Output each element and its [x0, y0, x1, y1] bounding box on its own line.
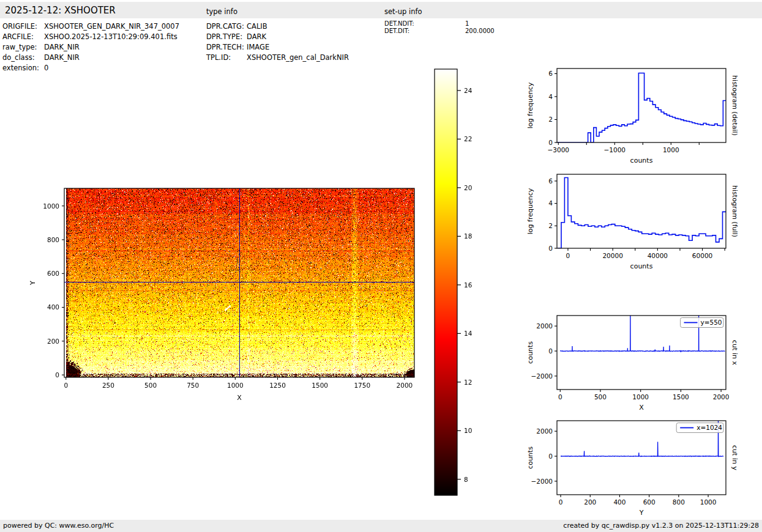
meta-value: 200.0000: [465, 28, 495, 35]
meta-value: XSHOOTER_gen_cal_DarkNIR: [247, 53, 349, 63]
svg-text:counts: counts: [526, 341, 534, 364]
svg-text:500: 500: [144, 382, 157, 389]
page-title: 2025-12-12: XSHOOTER: [5, 5, 116, 16]
svg-text:0: 0: [558, 393, 562, 401]
svg-text:−2000: −2000: [531, 478, 553, 485]
svg-text:1000: 1000: [632, 393, 649, 401]
svg-text:X: X: [237, 394, 242, 402]
meta-row: ARCFILE:XSHOO.2025-12-13T10:29:09.401.fi…: [2, 32, 179, 42]
meta-value: DARK_NIR: [44, 42, 80, 53]
setup-info-block: DET.NDIT:1DET.DIT:200.0000: [384, 20, 495, 35]
svg-text:2000: 2000: [713, 393, 730, 401]
svg-text:2000: 2000: [397, 382, 413, 389]
meta-row: DPR.TYPE:DARK: [206, 32, 349, 42]
meta-row: DET.NDIT:1: [384, 20, 495, 28]
svg-text:22: 22: [464, 135, 472, 142]
meta-value: IMAGE: [247, 42, 269, 53]
meta-label: DET.NDIT:: [384, 20, 465, 28]
type-info-block: DPR.CATG:CALIBDPR.TYPE:DARKDPR.TECH:IMAG…: [206, 21, 349, 63]
svg-text:2000: 2000: [536, 427, 553, 435]
svg-text:counts: counts: [526, 446, 534, 469]
svg-text:0: 0: [548, 347, 553, 355]
meta-label: raw_type:: [2, 42, 44, 53]
svg-text:0: 0: [566, 252, 570, 259]
svg-text:X: X: [639, 404, 644, 412]
svg-text:−3000: −3000: [548, 146, 570, 153]
meta-row: ORIGFILE:XSHOOTER_GEN_DARK_NIR_347_0007: [2, 21, 179, 32]
svg-text:8: 8: [464, 476, 468, 483]
meta-row: DET.DIT:200.0000: [384, 28, 495, 35]
svg-text:4: 4: [548, 199, 553, 207]
svg-text:12: 12: [464, 379, 472, 386]
legend-box: x=1024: [676, 423, 723, 433]
meta-label: DPR.TYPE:: [206, 32, 247, 42]
svg-text:cut in x: cut in x: [731, 340, 739, 365]
svg-text:800: 800: [47, 236, 59, 243]
svg-text:1500: 1500: [312, 382, 328, 389]
svg-text:y=550: y=550: [701, 319, 722, 326]
svg-text:2: 2: [548, 116, 553, 123]
meta-value: DARK: [247, 32, 266, 42]
setup-info-heading: set-up info: [384, 7, 422, 16]
svg-text:600: 600: [47, 270, 59, 277]
svg-text:Y: Y: [639, 509, 644, 517]
meta-value: XSHOOTER_GEN_DARK_NIR_347_0007: [44, 21, 179, 32]
svg-text:cut in y: cut in y: [731, 445, 739, 470]
svg-text:x=1024: x=1024: [697, 424, 722, 431]
svg-text:log frequency: log frequency: [526, 82, 534, 128]
type-info-heading: type info: [206, 7, 237, 16]
svg-text:18: 18: [464, 232, 472, 240]
meta-value: CALIB: [247, 21, 267, 32]
file-info-block: ORIGFILE:XSHOOTER_GEN_DARK_NIR_347_0007A…: [2, 21, 179, 73]
svg-text:0: 0: [548, 453, 553, 460]
svg-text:1750: 1750: [354, 382, 370, 389]
svg-text:800: 800: [673, 498, 685, 506]
svg-text:−2000: −2000: [531, 372, 553, 380]
meta-label: DPR.TECH:: [206, 42, 247, 53]
meta-row: do_class:DARK_NIR: [2, 53, 179, 63]
svg-text:24: 24: [464, 87, 473, 94]
svg-text:counts: counts: [630, 262, 653, 270]
qc-report-page: 2025-12-12: XSHOOTER type info set-up in…: [0, 0, 762, 532]
meta-label: TPL.ID:: [206, 53, 247, 63]
meta-value: DARK_NIR: [44, 53, 80, 63]
svg-text:750: 750: [187, 382, 199, 389]
svg-text:200: 200: [584, 498, 596, 506]
svg-text:20000: 20000: [602, 252, 622, 259]
meta-row: DPR.CATG:CALIB: [206, 21, 349, 32]
svg-text:0: 0: [64, 382, 68, 389]
footer-left-text: powered by QC: www.eso.org/HC: [0, 520, 114, 532]
svg-text:counts: counts: [630, 157, 653, 164]
svg-text:200: 200: [47, 338, 59, 345]
svg-text:log frequency: log frequency: [526, 188, 534, 234]
svg-text:0: 0: [548, 139, 553, 146]
svg-text:1250: 1250: [269, 382, 286, 389]
svg-text:1000: 1000: [227, 382, 244, 389]
footer-right-text: created by qc_rawdisp.py v1.2.3 on 2025-…: [563, 520, 762, 532]
meta-row: TPL.ID:XSHOOTER_gen_cal_DarkNIR: [206, 53, 349, 63]
svg-text:histogram (full): histogram (full): [731, 185, 739, 237]
histogram-full-plot: 02000040000600000246countslog frequencyh…: [509, 166, 762, 277]
svg-text:40000: 40000: [648, 252, 668, 259]
meta-label: DET.DIT:: [384, 28, 465, 35]
colorbar-axes: 24222018161412108: [427, 63, 495, 506]
histogram-detail-plot: −3000−100010000246countslog frequencyhis…: [509, 60, 762, 171]
meta-label: ARCFILE:: [2, 32, 44, 42]
svg-text:1000: 1000: [700, 498, 717, 506]
legend-box: y=550: [681, 318, 724, 328]
meta-value: 0: [44, 63, 48, 73]
svg-text:−1000: −1000: [604, 146, 626, 153]
svg-text:400: 400: [47, 303, 59, 311]
svg-text:0: 0: [548, 245, 553, 252]
meta-row: extension:0: [2, 63, 179, 73]
svg-text:16: 16: [464, 281, 473, 289]
svg-text:histogram (detail): histogram (detail): [731, 75, 739, 136]
svg-text:1500: 1500: [673, 393, 689, 401]
cut-in-x-plot: y=5500500100015002000−200002000Xcountscu…: [509, 307, 762, 418]
meta-label: DPR.CATG:: [206, 21, 247, 32]
meta-label: do_class:: [2, 53, 44, 63]
svg-text:14: 14: [464, 330, 473, 337]
svg-text:600: 600: [643, 498, 656, 506]
svg-text:2: 2: [548, 222, 553, 229]
svg-text:10: 10: [464, 427, 472, 434]
